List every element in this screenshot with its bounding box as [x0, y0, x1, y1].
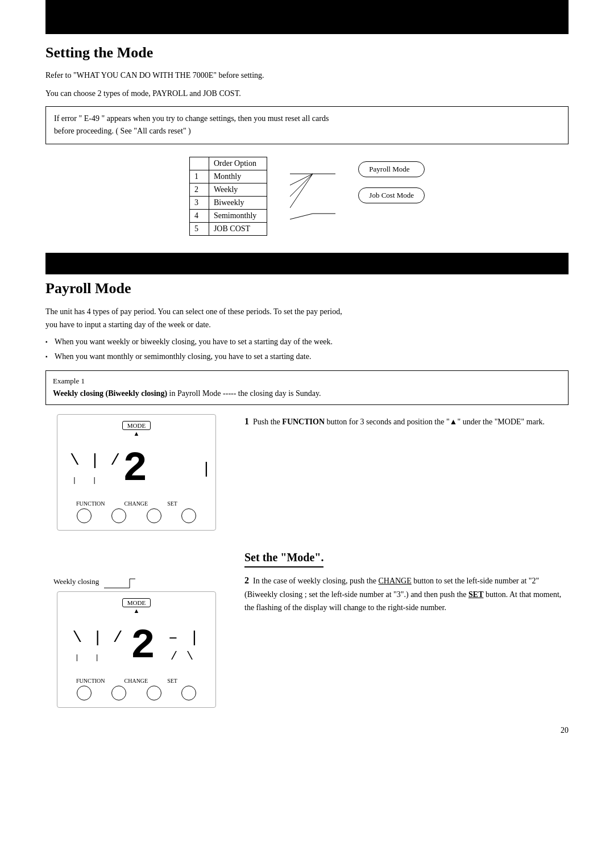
table-cell-num: 1	[189, 170, 209, 183]
device-diagram2: MODE ▲ \ | /| | 2 – |/ \ FUNCTION CHANGE…	[57, 591, 216, 708]
order-option-table: Order Option 1 Monthly 2 Weekly 3 Biweek…	[189, 157, 267, 236]
extra-button[interactable]	[181, 508, 196, 523]
weekly-closing-label: Weekly closing	[53, 577, 99, 586]
order-table-area: Order Option 1 Monthly 2 Weekly 3 Biweek…	[45, 157, 569, 236]
step2-text: 2 In the case of weekly closing, push th…	[244, 573, 569, 615]
page-number: 20	[45, 726, 569, 735]
step1-function-bold: FUNCTION	[282, 418, 325, 426]
example-content: Weekly closing (Biweekly closing) in Pay…	[53, 387, 561, 400]
func-label-function: FUNCTION	[76, 500, 105, 507]
step1-text: 1 Push the FUNCTION button for 3 seconds…	[244, 414, 569, 429]
display-area2: \ | /| | 2 – |/ \	[64, 619, 209, 674]
svg-line-4	[290, 214, 313, 219]
func-btn-row2	[64, 686, 209, 700]
device-diagram1: MODE ▲ \ | /| | 2 | FUNCTION CHANGE SET	[57, 414, 216, 531]
mode-button-label: MODE	[122, 421, 151, 430]
func-btn-row1	[64, 508, 209, 523]
set-button2[interactable]	[147, 686, 161, 700]
instruction-col1: 1 Push the FUNCTION button for 3 seconds…	[244, 414, 569, 436]
diagram-col2: Weekly closing MODE ▲ \ |	[45, 573, 227, 712]
display-right: |	[159, 460, 212, 478]
function-button[interactable]	[77, 508, 92, 523]
intro-line1: Refer to "WHAT YOU CAN DO WITH THE 7000E…	[45, 69, 569, 82]
change-button2[interactable]	[111, 686, 126, 700]
top-black-bar	[45, 0, 569, 34]
table-cell-num: 2	[189, 183, 209, 196]
bullet2: When you want monthly or semimonthly clo…	[45, 350, 569, 364]
diagram-row2: Weekly closing MODE ▲ \ |	[45, 573, 569, 712]
mode-labels: Payroll Mode Job Cost Mode	[358, 157, 425, 203]
svg-line-3	[290, 174, 313, 208]
table-row: 2 Weekly	[189, 183, 267, 196]
step2-change-underline: CHANGE	[378, 577, 411, 585]
diagram-col1: MODE ▲ \ | /| | 2 | FUNCTION CHANGE SET	[45, 414, 227, 535]
instruction-col2: 2 In the case of weekly closing, push th…	[244, 573, 569, 621]
step2-number: 2	[244, 575, 249, 585]
table-row: 5 JOB COST	[189, 222, 267, 235]
table-cell-option: Monthly	[209, 170, 267, 183]
set-button[interactable]	[147, 508, 161, 523]
warning-box: If error " E-49 " appears when you try t…	[45, 106, 569, 144]
func-btn-labels2: FUNCTION CHANGE SET	[64, 678, 209, 684]
step1-number: 1	[244, 416, 249, 426]
set-mode-heading: Set the "Mode".	[244, 551, 323, 567]
display2-left-lines: \ | /| |	[73, 629, 123, 664]
change-button[interactable]	[111, 508, 126, 523]
warning-line2: before proceeding. ( See "All cards rese…	[54, 127, 191, 135]
func-btn-labels: FUNCTION CHANGE SET	[64, 500, 209, 507]
section2-header-bar	[45, 253, 569, 274]
table-cell-num: 4	[189, 209, 209, 222]
mode-arrow2: ▲	[122, 607, 151, 614]
example-rest: in Payroll Mode ----- the closing day is…	[167, 389, 321, 398]
table-row: 1 Monthly	[189, 170, 267, 183]
table-row: 3 Biweekly	[189, 196, 267, 209]
table-row: 4 Semimonthly	[189, 209, 267, 222]
mode-label-row: MODE ▲	[64, 420, 209, 438]
section2-title: Payroll Mode	[45, 280, 569, 297]
mode-label-row2: MODE ▲	[64, 598, 209, 615]
table-col-option: Order Option	[209, 157, 267, 170]
display-left-lines: \ | /| |	[70, 452, 121, 487]
func2-label-set: SET	[167, 678, 177, 684]
mode-button-label2: MODE	[122, 598, 151, 607]
table-cell-num: 3	[189, 196, 209, 209]
display-area1: \ | /| | 2 |	[64, 441, 209, 497]
body-text1: The unit has 4 types of pay period. You …	[45, 305, 569, 332]
display-number: 2	[123, 446, 150, 493]
func-label-set: SET	[167, 500, 177, 507]
svg-line-1	[290, 174, 313, 185]
table-cell-num: 5	[189, 222, 209, 235]
warning-line1: If error " E-49 " appears when you try t…	[54, 114, 329, 123]
func2-label-change: CHANGE	[125, 678, 148, 684]
func2-label-function: FUNCTION	[76, 678, 105, 684]
table-cell-option: JOB COST	[209, 222, 267, 235]
jobcost-mode-label: Job Cost Mode	[358, 187, 425, 203]
display2-right: – |/ \	[168, 629, 200, 664]
example-label: Example 1	[53, 375, 561, 387]
diagram-row1: MODE ▲ \ | /| | 2 | FUNCTION CHANGE SET	[45, 414, 569, 535]
table-cell-option: Biweekly	[209, 196, 267, 209]
display2-number: 2	[131, 623, 157, 670]
extra-button2[interactable]	[181, 686, 196, 700]
weekly-closing-connector	[101, 573, 135, 590]
connector-lines	[290, 157, 335, 231]
function-button2[interactable]	[77, 686, 92, 700]
func-label-change: CHANGE	[125, 500, 148, 507]
bullet1: When you want weekly or biweekly closing…	[45, 335, 569, 349]
table-cell-option: Semimonthly	[209, 209, 267, 222]
section1-title: Setting the Mode	[45, 44, 569, 61]
svg-line-2	[290, 174, 313, 197]
example-bold: Weekly closing (Biweekly closing)	[53, 389, 167, 398]
mode-arrow: ▲	[122, 430, 151, 437]
table-cell-option: Weekly	[209, 183, 267, 196]
step2-set-bold: SET	[468, 590, 483, 599]
example-box: Example 1 Weekly closing (Biweekly closi…	[45, 370, 569, 405]
table-col-num	[189, 157, 209, 170]
page-container: Setting the Mode Refer to "WHAT YOU CAN …	[0, 0, 614, 868]
intro-line2: You can choose 2 types of mode, PAYROLL …	[45, 87, 569, 100]
payroll-mode-label: Payroll Mode	[358, 161, 425, 177]
